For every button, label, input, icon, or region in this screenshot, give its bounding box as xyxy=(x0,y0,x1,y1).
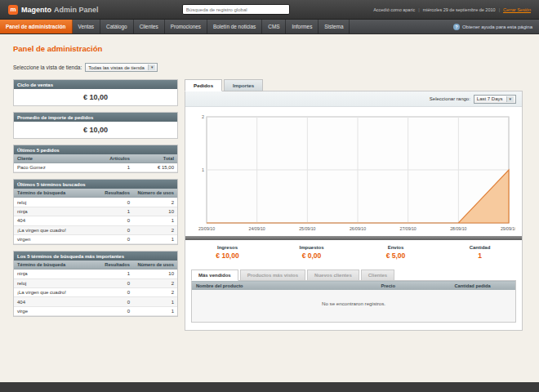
cell: 2 xyxy=(133,288,177,297)
nav-item-dashboard[interactable]: Panel de administración xyxy=(0,20,73,33)
nav-item-boletin[interactable]: Boletín de noticias xyxy=(207,20,262,33)
total-label: Cantidad xyxy=(438,245,522,250)
footer-bar xyxy=(0,382,539,392)
nav-item-sistema[interactable]: Sistema xyxy=(318,20,350,33)
range-select[interactable]: Last 7 Days ▼ xyxy=(474,95,516,104)
cell: 1 xyxy=(133,234,177,243)
tab-mas-vendidos[interactable]: Más vendidos xyxy=(191,270,238,281)
cell: 404 xyxy=(14,297,100,306)
cell: Paco Gomez xyxy=(14,163,100,172)
sales-cycle-section: Ciclo de ventas € 10,00 xyxy=(13,79,178,106)
total-value: € 5,00 xyxy=(354,252,438,260)
page-help-link[interactable]: ? Obtener ayuda para esta página xyxy=(453,20,539,33)
table-row[interactable]: virge 0 1 xyxy=(14,306,177,315)
svg-text:1: 1 xyxy=(202,167,204,172)
cell: ninja xyxy=(14,207,100,216)
cell: 2 xyxy=(133,198,177,207)
svg-text:23/09/10: 23/09/10 xyxy=(198,226,215,231)
section-title: Ciclo de ventas xyxy=(14,80,177,89)
svg-text:25/09/10: 25/09/10 xyxy=(299,226,315,231)
table-row[interactable]: reloj 0 2 xyxy=(14,278,177,287)
table-row[interactable]: 404 0 1 xyxy=(14,297,177,306)
cell: ¡La virgen que cuadro! xyxy=(14,225,100,234)
table-row[interactable]: 404 0 1 xyxy=(14,216,177,225)
cell: 1 xyxy=(100,163,133,172)
orders-chart: 1223/09/1024/09/1025/09/1026/09/1027/09/… xyxy=(185,107,522,234)
range-selector-row: Seleccionar rango: Last 7 Days ▼ xyxy=(185,91,522,107)
products-table: Nombre del producto Precio Cantidad pedi… xyxy=(191,280,516,323)
col-header: Número de usos xyxy=(133,189,177,198)
products-grid-section: Más vendidos Productos más vistos Nuevos… xyxy=(185,263,522,324)
tab-clientes[interactable]: Clientes xyxy=(361,270,394,281)
table-row[interactable]: virgen 0 1 xyxy=(14,234,177,243)
help-label: Obtener ayuda para esta página xyxy=(462,24,532,29)
section-title: Promedio de importe de pedidos xyxy=(14,113,177,122)
cell: 2 xyxy=(133,278,177,287)
products-tabs: Más vendidos Productos más vistos Nuevos… xyxy=(191,270,516,281)
chart-tabs: Pedidos Importes xyxy=(185,79,523,91)
col-header: Artículos xyxy=(100,154,133,163)
dashboard-sidebar: Ciclo de ventas € 10,00 Promedio de impo… xyxy=(13,79,178,331)
col-header: Nombre del producto xyxy=(192,281,377,291)
cell: 1 xyxy=(133,297,177,306)
store-view-value: Todas las vistas de tienda xyxy=(88,65,145,70)
nav-item-cms[interactable]: CMS xyxy=(262,20,286,33)
table-row[interactable]: Paco Gomez 1 € 15,00 xyxy=(14,163,177,172)
cell: 0 xyxy=(100,306,133,315)
col-header: Cliente xyxy=(14,154,100,163)
cell: ninja xyxy=(14,270,100,278)
sales-cycle-value: € 10,00 xyxy=(14,89,177,105)
global-search-input[interactable] xyxy=(182,4,290,15)
last-search-table: Término de búsqueda Resultados Número de… xyxy=(14,189,177,244)
table-row[interactable]: ninja 1 10 xyxy=(14,207,177,216)
nav-item-informes[interactable]: Informes xyxy=(286,20,318,33)
range-value: Last 7 Days xyxy=(477,96,503,101)
store-view-select[interactable]: Todas las vistas de tienda ▼ xyxy=(85,63,158,72)
nav-item-ventas[interactable]: Ventas xyxy=(73,20,101,33)
dashboard-content: Panel de administración Seleccione la vi… xyxy=(0,34,539,382)
total-cantidad: Cantidad 1 xyxy=(438,245,522,260)
avg-order-value: € 10,00 xyxy=(14,122,177,138)
store-view-switcher: Seleccione la vista de tienda: Todas las… xyxy=(13,63,523,72)
range-label: Seleccionar rango: xyxy=(430,96,470,101)
cell: 1 xyxy=(133,306,177,315)
nav-item-catalogo[interactable]: Catálogo xyxy=(100,20,134,33)
cell: 0 xyxy=(100,225,133,234)
nav-item-clientes[interactable]: Clientes xyxy=(134,20,165,33)
col-header: Término de búsqueda xyxy=(14,261,100,270)
top-search-table: Término de búsqueda Resultados Número de… xyxy=(14,261,177,316)
last-orders-section: Últimos 5 pedidos Cliente Artículos Tota… xyxy=(13,145,178,173)
cell: 0 xyxy=(100,278,133,287)
svg-text:27/09/10: 27/09/10 xyxy=(400,226,416,231)
tab-pedidos[interactable]: Pedidos xyxy=(185,79,222,91)
chevron-down-icon: ▼ xyxy=(506,96,514,102)
total-envios: Envíos € 5,00 xyxy=(354,245,438,260)
separator: | xyxy=(418,7,419,12)
cell: virge xyxy=(14,306,100,315)
cell: reloj xyxy=(14,278,100,287)
cell: 10 xyxy=(133,207,177,216)
help-icon: ? xyxy=(453,24,460,30)
avg-order-section: Promedio de importe de pedidos € 10,00 xyxy=(13,112,178,139)
cell: 0 xyxy=(100,297,133,306)
cell: reloj xyxy=(14,198,100,207)
table-row[interactable]: ninja 1 10 xyxy=(14,270,177,278)
section-title: Los 5 términos de búsqueda más important… xyxy=(14,252,177,261)
tab-productos-mas-vistos[interactable]: Productos más vistos xyxy=(240,270,305,281)
cell: 404 xyxy=(14,216,100,225)
total-label: Ingresos xyxy=(185,245,270,250)
cell: 0 xyxy=(100,234,133,243)
cell: 0 xyxy=(100,288,133,297)
nav-item-promociones[interactable]: Promociones xyxy=(165,20,207,33)
tab-nuevos-clientes[interactable]: Nuevos clientes xyxy=(307,270,359,281)
total-value: € 0,00 xyxy=(270,252,354,260)
logout-link[interactable]: Cerrar Sesión xyxy=(503,7,531,12)
tab-importes[interactable]: Importes xyxy=(224,79,263,91)
table-row[interactable]: reloj 0 2 xyxy=(14,198,177,207)
page-title: Panel de administración xyxy=(13,44,523,53)
section-title: Últimos 5 pedidos xyxy=(14,145,177,154)
svg-text:28/09/10: 28/09/10 xyxy=(450,226,466,231)
table-row[interactable]: ¡La virgen que cuadro! 0 2 xyxy=(14,225,177,234)
col-header: Precio xyxy=(377,281,451,291)
table-row[interactable]: ¡La virgen que cuadro! 0 2 xyxy=(14,288,177,297)
